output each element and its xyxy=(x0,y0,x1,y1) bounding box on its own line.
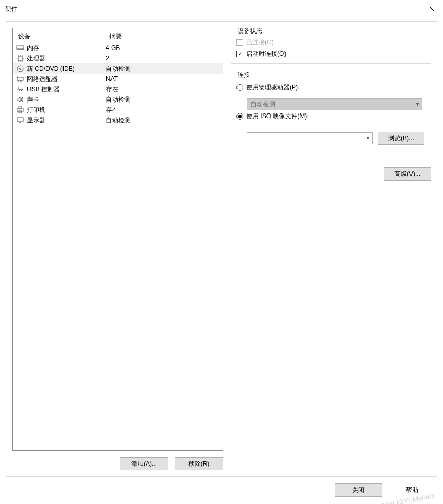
device-name: 网络适配器 xyxy=(27,75,58,84)
device-name: USB 控制器 xyxy=(27,85,60,94)
close-icon[interactable] xyxy=(425,3,438,14)
device-row[interactable]: 显示器自动检测 xyxy=(13,115,223,125)
device-summary: 自动检测 xyxy=(104,116,223,125)
device-summary: NAT xyxy=(104,75,223,83)
close-button[interactable]: 关闭 xyxy=(335,483,382,497)
device-list: 设备 摘要 内存4 GB处理器2新 CD/DVD (IDE)自动检测网络适配器N… xyxy=(12,28,223,451)
device-name: 处理器 xyxy=(27,54,45,63)
device-status-group: 设备状态 已连接(C) ✓ 启动时连接(O) xyxy=(231,31,431,64)
sound-icon xyxy=(16,95,24,104)
header-device: 设备 xyxy=(13,31,104,41)
svg-point-3 xyxy=(20,68,21,70)
device-name: 内存 xyxy=(27,44,39,53)
device-summary: 2 xyxy=(104,55,223,62)
disc-icon xyxy=(16,64,24,73)
physical-drive-radio-row[interactable]: 使用物理驱动器(P): xyxy=(231,82,431,93)
connect-poweron-checkbox-row[interactable]: ✓ 启动时连接(O) xyxy=(231,48,431,59)
network-icon xyxy=(16,75,24,83)
physical-drive-combo-value: 自动检测 xyxy=(250,100,275,109)
device-summary: 存在 xyxy=(104,85,223,94)
advanced-button[interactable]: 高级(V)... xyxy=(384,167,431,181)
browse-button[interactable]: 浏览(B)... xyxy=(378,132,424,145)
hardware-panel: 设备 摘要 内存4 GB处理器2新 CD/DVD (IDE)自动检测网络适配器N… xyxy=(6,21,437,477)
physical-drive-combo: 自动检测 ▼ xyxy=(247,98,422,110)
device-row[interactable]: 新 CD/DVD (IDE)自动检测 xyxy=(13,63,223,74)
device-summary: 存在 xyxy=(104,106,223,115)
cpu-icon xyxy=(16,54,24,62)
device-row[interactable]: 网络适配器NAT xyxy=(13,74,223,84)
svg-point-2 xyxy=(17,66,23,72)
device-status-legend: 设备状态 xyxy=(235,27,264,36)
connected-label: 已连接(C) xyxy=(246,38,274,47)
dialog-footer: 关闭 帮助 xyxy=(0,483,443,499)
device-summary: 自动检测 xyxy=(104,95,223,104)
device-row[interactable]: 处理器2 xyxy=(13,53,223,63)
chevron-down-icon: ▼ xyxy=(415,102,420,107)
device-name: 打印机 xyxy=(27,106,45,115)
svg-rect-4 xyxy=(17,77,23,80)
chevron-down-icon[interactable]: ▼ xyxy=(366,136,370,141)
help-button[interactable]: 帮助 xyxy=(388,483,436,497)
svg-rect-0 xyxy=(17,46,24,49)
add-button[interactable]: 添加(A)... xyxy=(120,457,168,470)
connection-legend: 连接 xyxy=(235,71,252,79)
iso-file-radio-row[interactable]: 使用 ISO 映像文件(M): xyxy=(231,110,431,122)
iso-file-label: 使用 ISO 映像文件(M): xyxy=(246,112,309,121)
svg-rect-8 xyxy=(17,118,23,122)
device-row[interactable]: 打印机存在 xyxy=(13,105,223,115)
connect-poweron-checkbox[interactable]: ✓ xyxy=(236,51,243,57)
device-summary: 4 GB xyxy=(104,44,223,52)
connection-group: 连接 使用物理驱动器(P): 自动检测 ▼ 使用 ISO 映像文件(M): ▼ … xyxy=(231,75,431,157)
device-summary: 自动检测 xyxy=(104,64,223,73)
device-row[interactable]: USB 控制器存在 xyxy=(13,84,223,94)
device-name: 显示器 xyxy=(27,116,45,125)
physical-drive-label: 使用物理驱动器(P): xyxy=(246,83,299,92)
connected-checkbox-row: 已连接(C) xyxy=(231,37,431,48)
memory-icon xyxy=(16,44,24,52)
printer-icon xyxy=(16,106,24,114)
usb-icon xyxy=(16,85,24,93)
window-title: 硬件 xyxy=(5,5,18,13)
physical-drive-radio[interactable] xyxy=(236,84,243,91)
svg-rect-1 xyxy=(18,56,22,60)
device-list-header: 设备 摘要 xyxy=(13,28,223,43)
connected-checkbox xyxy=(236,39,243,46)
remove-button[interactable]: 移除(R) xyxy=(175,457,223,470)
device-row[interactable]: 内存4 GB xyxy=(13,43,223,53)
device-name: 声卡 xyxy=(27,95,39,104)
header-summary: 摘要 xyxy=(104,31,223,41)
device-name: 新 CD/DVD (IDE) xyxy=(27,64,75,73)
iso-file-combo[interactable]: ▼ xyxy=(247,132,373,144)
svg-rect-6 xyxy=(19,107,22,109)
device-row[interactable]: 声卡自动检测 xyxy=(13,94,223,105)
titlebar: 硬件 xyxy=(0,0,443,18)
connect-poweron-label: 启动时连接(O) xyxy=(246,50,286,58)
display-icon xyxy=(16,116,24,124)
iso-file-radio[interactable] xyxy=(236,113,243,120)
